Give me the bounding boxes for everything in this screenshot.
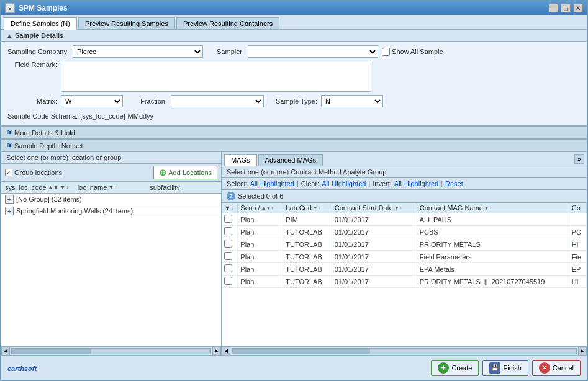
sampling-company-label: Sampling Company: — [7, 48, 69, 55]
clear-all-link[interactable]: All — [322, 180, 329, 187]
more-details-expand-icon: ≋ — [6, 128, 12, 137]
col-scop-header[interactable]: Scop / ▲▼+ — [238, 203, 283, 213]
tree-item-springfield[interactable]: + Springfield Monitoring Wells (24 items… — [1, 205, 221, 217]
mag-table-head: ▼+ Scop / ▲▼+ L — [222, 203, 587, 213]
row-4-co: Fie — [569, 251, 586, 263]
question-icon: ? — [227, 192, 235, 200]
reset-link[interactable]: Reset — [445, 180, 463, 187]
filter-icon2[interactable]: ▼+ — [108, 184, 117, 191]
sampling-company-select[interactable]: Pierce — [73, 45, 203, 58]
cancel-button[interactable]: ✕ Cancel — [532, 360, 581, 376]
col-contract-date-header[interactable]: Contract Start Date ▼+ — [332, 203, 417, 213]
fraction-label: Fraction: — [127, 97, 167, 105]
tab-advanced-mags[interactable]: Advanced MAGs — [258, 154, 323, 166]
row-4-date: 01/01/2017 — [332, 251, 417, 263]
invert-highlighted-link[interactable]: Highlighted — [404, 180, 438, 187]
sample-type-select[interactable]: N — [321, 95, 383, 107]
table-row[interactable]: Plan TUTORLAB 01/01/2017 PRIORITY METALS… — [222, 276, 587, 288]
cancel-icon: ✕ — [539, 362, 550, 374]
right-scroll-left[interactable]: ◀ — [222, 347, 230, 356]
invert-all-link[interactable]: All — [394, 180, 402, 187]
mag-select-label: Select one (or more) Contract Method Ana… — [222, 166, 587, 178]
row-6-checkbox[interactable] — [224, 277, 232, 285]
col-sys-loc-code: sys_loc_code ▲▼ ▼+ — [2, 183, 75, 192]
left-scrollbar[interactable]: ◀ ▶ — [1, 346, 221, 355]
sort-icon: ▲▼ — [48, 184, 59, 191]
left-scroll-left[interactable]: ◀ — [1, 347, 10, 356]
mag-table: ▼+ Scop / ▲▼+ L — [222, 203, 587, 288]
tab-define-samples[interactable]: Define Samples (N) — [4, 17, 77, 30]
minimize-button[interactable]: — — [548, 4, 558, 12]
col-subfacility: subfacility_ — [147, 183, 220, 192]
row-1-checkbox[interactable] — [224, 215, 232, 223]
field-remark-input[interactable] — [61, 61, 371, 92]
sample-details-header: ▲ Sample Details — [1, 30, 587, 42]
left-scroll-thumb[interactable] — [12, 349, 91, 354]
clear-highlighted-link[interactable]: Highlighted — [332, 180, 366, 187]
sampler-select[interactable] — [248, 45, 378, 58]
table-row[interactable]: Plan TUTORLAB 01/01/2017 EPA Metals EP — [222, 263, 587, 276]
table-row[interactable]: Plan TUTORLAB 01/01/2017 PCBS PC — [222, 226, 587, 238]
matrix-select[interactable]: W — [61, 95, 123, 107]
right-scroll-right[interactable]: ▶ — [578, 347, 587, 356]
window-controls: — □ ✕ — [548, 4, 583, 12]
show-all-sample-checkbox[interactable] — [382, 48, 390, 56]
tab-preview-containers[interactable]: Preview Resulting Containers — [176, 17, 279, 29]
row-6-scop: Plan — [238, 276, 283, 288]
close-button[interactable]: ✕ — [573, 4, 583, 12]
show-all-sample-checkbox-label[interactable]: Show All Sample — [382, 48, 443, 56]
row-3-checkbox[interactable] — [224, 240, 232, 248]
row-4-checkbox[interactable] — [224, 252, 232, 260]
mag-tab-bar: MAGs Advanced MAGs » — [222, 152, 587, 166]
row-2-checkbox[interactable] — [224, 227, 232, 235]
maximize-button[interactable]: □ — [561, 4, 571, 12]
finish-button[interactable]: 💾 Finish — [482, 360, 528, 376]
row-4-scop: Plan — [238, 251, 283, 263]
select-all-link[interactable]: All — [250, 180, 258, 187]
more-details-row[interactable]: ≋ More Details & Hold — [1, 126, 587, 139]
sampler-label: Sampler: — [207, 48, 244, 55]
mag-table-container[interactable]: ▼+ Scop / ▲▼+ L — [222, 203, 587, 346]
row-5-co: EP — [569, 263, 586, 276]
right-scroll-track[interactable] — [232, 348, 577, 354]
table-row[interactable]: Plan TUTORLAB 01/01/2017 Field Parameter… — [222, 251, 587, 263]
right-scroll-thumb[interactable] — [232, 349, 370, 354]
app-icon: S — [5, 3, 15, 13]
tree-item-no-group[interactable]: + [No Group] (32 items) — [1, 194, 221, 205]
col-contract-mag-header[interactable]: Contract MAG Name ▼+ — [417, 203, 569, 213]
right-scrollbar[interactable]: ◀ ▶ — [222, 346, 587, 355]
col-lab-cod-header[interactable]: Lab Cod ▼+ — [283, 203, 332, 213]
row-2-co: PC — [569, 226, 586, 238]
select-highlighted-link[interactable]: Highlighted — [260, 180, 294, 187]
row-5-scop: Plan — [238, 263, 283, 276]
tree-expand-no-group[interactable]: + — [5, 195, 14, 204]
sample-depth-row[interactable]: ≋ Sample Depth: Not set — [1, 139, 587, 152]
window-title: SPM Samples — [19, 4, 68, 12]
schema-value: [sys_loc_code]-MMddyy — [80, 112, 153, 120]
col-checkbox-header: ▼+ — [222, 203, 238, 213]
left-scroll-track[interactable] — [11, 348, 211, 354]
tree-expand-springfield[interactable]: + — [5, 207, 14, 215]
group-locations-bar: ✓ Group locations ⊕ Add Locations — [1, 164, 221, 182]
row-6-lab-cod: TUTORLAB — [283, 276, 332, 288]
section-arrow-icon: ▲ — [6, 32, 12, 39]
filter-icon[interactable]: ▼+ — [60, 184, 68, 191]
group-locations-checkbox[interactable]: ✓ — [5, 169, 12, 176]
tab-mags[interactable]: MAGs — [224, 154, 257, 166]
mag-expand-icon[interactable]: » — [574, 154, 584, 164]
table-row[interactable]: Plan PIM 01/01/2017 ALL PAHS — [222, 213, 587, 226]
add-locations-button[interactable]: ⊕ Add Locations — [153, 166, 217, 179]
table-row[interactable]: Plan TUTORLAB 01/01/2017 PRIORITY METALS… — [222, 238, 587, 251]
row-3-co: Hi — [569, 238, 586, 251]
location-table-header: sys_loc_code ▲▼ ▼+ loc_name ▼+ subfacili… — [1, 182, 221, 194]
select-label: Select: — [227, 180, 248, 187]
left-scroll-right[interactable]: ▶ — [212, 347, 221, 356]
scop-sort-icon: ▲▼+ — [261, 205, 274, 211]
fraction-select[interactable] — [171, 95, 264, 107]
row-2-date: 01/01/2017 — [332, 226, 417, 238]
tab-preview-samples[interactable]: Preview Resulting Samples — [78, 17, 175, 29]
group-locations-label[interactable]: ✓ Group locations — [5, 169, 62, 176]
schema-row: Sample Code Schema: [sys_loc_code]-MMddy… — [7, 110, 581, 122]
create-button[interactable]: + Create — [431, 360, 479, 376]
row-5-checkbox[interactable] — [224, 264, 232, 272]
